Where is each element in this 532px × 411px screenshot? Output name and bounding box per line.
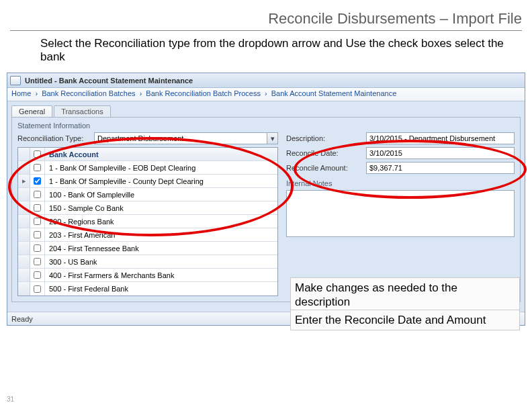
row-gutter: [18, 282, 30, 295]
bank-account-cell: 100 - Bank Of Sampleville: [45, 188, 277, 201]
row-checkbox[interactable]: [34, 258, 41, 265]
row-checkbox[interactable]: [34, 271, 41, 279]
reconciliation-type-value: Department Disbursement: [95, 134, 267, 142]
row-checkbox[interactable]: [34, 191, 41, 198]
select-all-checkbox[interactable]: [34, 150, 41, 158]
bank-account-cell: 203 - First American: [45, 228, 277, 241]
table-row[interactable]: ▸1 - Bank Of Sampleville - County Dept C…: [18, 175, 277, 188]
table-row[interactable]: 400 - First Farmers & Merchants Bank: [18, 269, 277, 282]
table-row[interactable]: 204 - First Tennessee Bank: [18, 242, 277, 255]
row-checkbox-cell[interactable]: [30, 201, 45, 214]
breadcrumb-item[interactable]: Bank Reconciliation Batches: [42, 89, 135, 97]
table-row[interactable]: 200 - Regions Bank: [18, 215, 277, 228]
row-checkbox-cell[interactable]: [30, 242, 45, 255]
row-checkbox-cell[interactable]: [30, 282, 45, 295]
table-row[interactable]: 300 - US Bank: [18, 255, 277, 269]
chevron-right-icon: ›: [263, 89, 269, 97]
page-number: 31: [7, 396, 14, 403]
row-checkbox[interactable]: [34, 177, 41, 185]
bank-account-cell: 400 - First Farmers & Merchants Bank: [45, 269, 277, 281]
breadcrumb: Home › Bank Reconciliation Batches › Ban…: [7, 88, 525, 101]
chevron-right-icon: ›: [138, 89, 144, 97]
breadcrumb-item[interactable]: Home: [11, 89, 31, 97]
internal-notes-field[interactable]: [286, 190, 515, 237]
internal-notes-label: Internal Notes: [286, 179, 515, 187]
row-gutter: [18, 269, 30, 281]
bank-account-cell: 300 - US Bank: [45, 255, 277, 268]
row-gutter: [18, 255, 30, 268]
row-checkbox-cell[interactable]: [30, 215, 45, 228]
bank-account-cell: 500 - First Federal Bank: [45, 282, 277, 295]
breadcrumb-item[interactable]: Bank Reconciliation Batch Process: [146, 89, 261, 97]
chevron-down-icon[interactable]: ▾: [267, 133, 277, 144]
row-checkbox-cell[interactable]: [30, 228, 45, 241]
row-checkbox-cell[interactable]: [30, 188, 45, 201]
tab-transactions[interactable]: Transactions: [54, 105, 111, 117]
row-checkbox[interactable]: [34, 218, 41, 225]
window-icon: [10, 76, 21, 85]
statement-panel: Statement Information Reconciliation Typ…: [11, 117, 521, 302]
reconcile-date-field[interactable]: 3/10/2015: [366, 147, 515, 159]
table-row[interactable]: 1 - Bank Of Sampleville - EOB Dept Clear…: [18, 161, 277, 175]
row-gutter: [18, 215, 30, 228]
reconcile-date-label: Reconcile Date:: [286, 149, 363, 157]
row-checkbox-cell[interactable]: [30, 269, 45, 281]
row-checkbox[interactable]: [34, 204, 41, 212]
bank-account-cell: 1 - Bank Of Sampleville - County Dept Cl…: [45, 175, 277, 187]
row-gutter: [18, 188, 30, 201]
grid-gutter: [18, 148, 30, 161]
description-label: Description:: [286, 134, 363, 142]
row-gutter: [18, 161, 30, 174]
table-row[interactable]: 100 - Bank Of Sampleville: [18, 188, 277, 201]
reconciliation-type-label: Reconciliation Type:: [17, 134, 91, 142]
instruction-top: Select the Reconciliation type from the …: [40, 37, 512, 64]
table-row[interactable]: 150 - Sample Co Bank: [18, 201, 277, 215]
row-gutter: ▸: [18, 175, 30, 187]
reconciliation-type-dropdown[interactable]: Department Disbursement ▾: [94, 132, 278, 144]
row-gutter: [18, 201, 30, 214]
tab-strip: General Transactions: [7, 101, 525, 117]
reconcile-amount-label: Reconcile Amount:: [286, 164, 363, 172]
window-title: Untitled - Bank Account Statement Mainte…: [25, 77, 193, 85]
instruction-bottom: Enter the Reconcile Date and Amount: [290, 310, 520, 330]
grid-header-cell[interactable]: Bank Account: [45, 148, 277, 161]
reconcile-amount-field[interactable]: $9,367.71: [366, 162, 515, 174]
tab-general[interactable]: General: [11, 105, 52, 117]
section-label: Statement Information: [17, 122, 515, 130]
row-checkbox[interactable]: [34, 164, 41, 171]
bank-account-cell: 200 - Regions Bank: [45, 215, 277, 228]
chevron-right-icon: ›: [33, 89, 40, 97]
row-gutter: [18, 228, 30, 241]
description-field[interactable]: 3/10/2015 - Department Disbursement: [366, 132, 515, 144]
table-row[interactable]: 500 - First Federal Bank: [18, 282, 277, 295]
bank-account-cell: 204 - First Tennessee Bank: [45, 242, 277, 255]
grid-header-row: Bank Account: [18, 148, 277, 161]
row-checkbox[interactable]: [34, 244, 41, 252]
row-gutter: [18, 242, 30, 255]
row-checkbox-cell[interactable]: [30, 255, 45, 268]
bank-accounts-grid: Bank Account 1 - Bank Of Sampleville - E…: [17, 147, 278, 296]
row-checkbox[interactable]: [34, 285, 41, 293]
table-row[interactable]: 203 - First American: [18, 228, 277, 242]
row-checkbox-cell[interactable]: [30, 161, 45, 174]
grid-header-check[interactable]: [30, 148, 45, 161]
breadcrumb-item[interactable]: Bank Account Statement Maintenance: [271, 89, 397, 97]
bank-account-cell: 1 - Bank Of Sampleville - EOB Dept Clear…: [45, 161, 277, 174]
instruction-mid: Make changes as needed to the descriptio…: [290, 277, 520, 313]
titlebar: Untitled - Bank Account Statement Mainte…: [7, 73, 525, 88]
row-checkbox[interactable]: [34, 231, 41, 238]
status-text: Ready: [11, 315, 33, 323]
bank-account-cell: 150 - Sample Co Bank: [45, 201, 277, 214]
row-checkbox-cell[interactable]: [30, 175, 45, 187]
slide-title: Reconcile Disbursements – Import File: [10, 10, 522, 31]
